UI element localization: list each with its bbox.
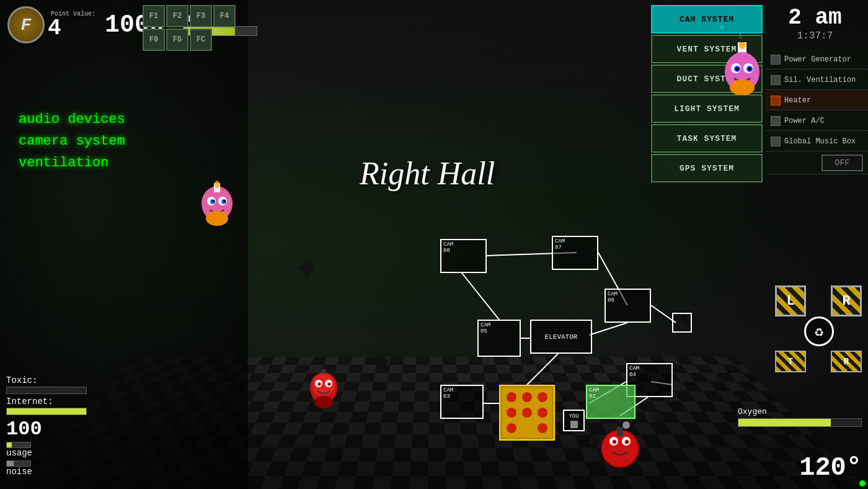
spike-decoration: ✦ — [298, 248, 316, 286]
fkey-fg[interactable]: FG — [166, 29, 188, 51]
noise-label: noise — [6, 467, 130, 477]
svg-line-25 — [462, 273, 499, 320]
sidebar-ventilation: Sil. Ventilation — [766, 70, 868, 90]
right-button-label: R — [842, 294, 850, 309]
light-system-label: LIGHT SYSTEM — [674, 104, 740, 114]
svg-point-9 — [206, 211, 228, 226]
internet-bar — [7, 408, 86, 415]
svg-line-24 — [527, 354, 558, 385]
angle-display: 120° — [799, 453, 862, 483]
top-left-label: T — [788, 357, 793, 367]
svg-point-2 — [215, 181, 219, 188]
svg-point-60 — [626, 441, 628, 443]
sidebar-dot — [771, 55, 781, 65]
svg-point-18 — [329, 384, 330, 385]
svg-point-49 — [748, 68, 751, 71]
tr-buttons: T R — [775, 351, 862, 372]
oxygen-label: Oxygen — [738, 407, 862, 416]
lr-buttons: L R — [775, 285, 862, 316]
svg-point-19 — [314, 396, 333, 408]
power-generator-label: Power Generator — [784, 55, 851, 64]
fkey-f0[interactable]: F0 — [143, 29, 165, 51]
score-value: 4 — [48, 17, 95, 40]
svg-point-17 — [319, 384, 321, 385]
left-panel: audio devices camera system ventilation — [19, 109, 125, 174]
sidebar-dot — [771, 116, 781, 126]
internet-percent-display: 100 % — [6, 418, 130, 441]
cam-02-box[interactable]: CAM02 — [586, 385, 636, 419]
svg-rect-53 — [617, 427, 623, 436]
svg-point-36 — [507, 408, 516, 418]
top-left-button[interactable]: T — [775, 351, 806, 372]
sidebar-off: OFF — [766, 152, 868, 174]
internet-percent-sign: % — [42, 424, 50, 438]
task-system-label: TASK SYSTEM — [677, 134, 737, 143]
power-ac-label: Power A/C — [784, 117, 825, 125]
cam-system-button[interactable]: CAM SYSTEM — [651, 5, 763, 34]
fkey-empty — [213, 29, 236, 51]
internet-percent: 100 — [6, 418, 42, 441]
cam-05-box[interactable]: CAM05 — [477, 320, 521, 357]
light-system-button[interactable]: LIGHT SYSTEM — [651, 94, 763, 123]
fkey-fc[interactable]: FC — [190, 29, 212, 51]
svg-point-35 — [538, 392, 547, 402]
balloon-bottom-left — [304, 366, 344, 419]
left-button[interactable]: L — [775, 285, 806, 316]
oxygen-bar-container — [738, 418, 862, 427]
sidebar-power-ac: Power A/C — [766, 111, 868, 131]
balloon-left — [195, 180, 239, 233]
svg-point-7 — [212, 200, 215, 202]
recycle-icon[interactable]: ♻ — [804, 316, 834, 346]
cam-06-box[interactable]: CAM06 — [604, 289, 651, 323]
score-area: Point Value: 4 — [51, 11, 95, 40]
elevator-box[interactable]: ELEVATOR — [530, 320, 592, 354]
off-button[interactable]: OFF — [822, 155, 863, 171]
cam-08-box[interactable]: CAM08 — [440, 239, 487, 273]
fkey-f2[interactable]: F2 — [166, 5, 188, 27]
sidebar-dot-heater — [771, 96, 781, 105]
music-box-label: Global Music Box — [784, 137, 856, 146]
svg-point-50 — [730, 79, 755, 95]
task-system-button[interactable]: TASK SYSTEM — [651, 124, 763, 153]
top-right-button[interactable]: R — [831, 351, 862, 372]
cam-07-box[interactable]: CAM07 — [552, 236, 598, 270]
oxygen-area: Oxygen — [738, 407, 862, 427]
svg-point-33 — [507, 392, 516, 402]
usage-bar — [7, 442, 12, 447]
usage-bar-container — [6, 442, 31, 448]
svg-point-39 — [507, 423, 516, 433]
gps-system-button[interactable]: GPS SYSTEM — [651, 154, 763, 182]
sidebar-music-box: Global Music Box — [766, 132, 868, 151]
player-icon-letter: F — [21, 16, 32, 35]
bottom-right: 120° — [799, 453, 862, 483]
svg-line-27 — [651, 305, 676, 323]
right-button[interactable]: R — [831, 285, 862, 316]
red-bomb-right — [595, 418, 645, 477]
usage-label: usage — [6, 448, 130, 458]
you-box: YOU — [563, 410, 585, 431]
sidebar-dot — [771, 137, 781, 146]
fkey-f4[interactable]: F4 — [213, 5, 236, 27]
time-hour: 2 am — [767, 5, 863, 30]
sidebar-heater: Heater — [766, 91, 868, 110]
player-icon: F — [7, 6, 45, 43]
left-text-vent: ventilation — [19, 152, 125, 174]
spike-decoration: ✦ — [372, 341, 391, 379]
balloon-right — [720, 42, 764, 98]
svg-point-34 — [522, 392, 532, 402]
svg-rect-28 — [673, 313, 691, 332]
internet-bar-container — [6, 408, 87, 415]
fkey-f3[interactable]: F3 — [190, 5, 212, 27]
cam-03-box[interactable]: CAM03 — [440, 385, 484, 419]
svg-point-38 — [538, 408, 547, 418]
noise-bar-container — [6, 460, 31, 467]
toxic-label: Toxic: — [6, 375, 130, 385]
fkey-f1[interactable]: F1 — [143, 5, 165, 27]
toxic-bar-container — [6, 387, 87, 394]
svg-line-22 — [589, 323, 627, 335]
bottom-left-stats: Toxic: Internet: 100 % usage noise — [6, 375, 130, 477]
time-clock: 1:37:7 — [767, 30, 863, 42]
svg-point-37 — [522, 408, 532, 418]
cam-system-label: CAM SYSTEM — [680, 15, 734, 24]
camera-map: CAM08 CAM07 CAM06 CAM05 ELEVATOR CAM04 C… — [403, 199, 707, 465]
